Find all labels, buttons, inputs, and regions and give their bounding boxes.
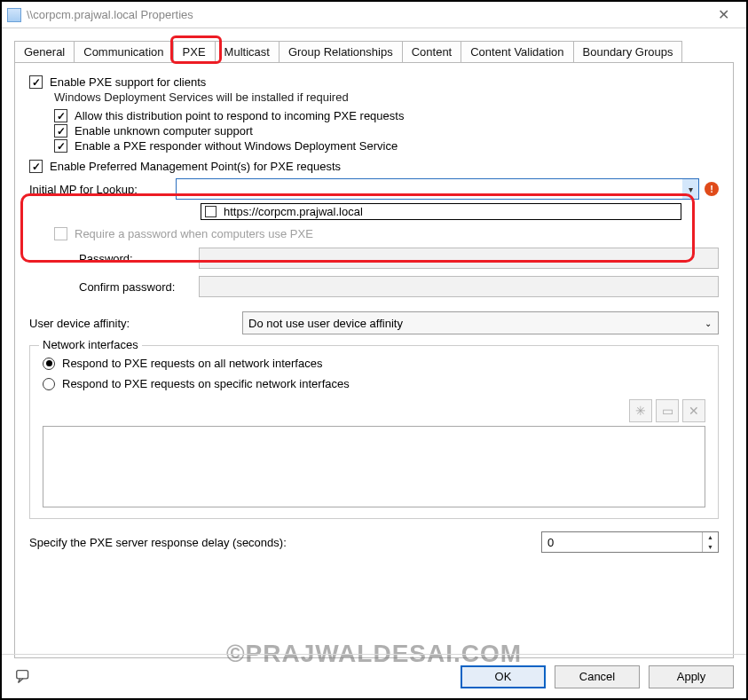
label-allow-respond: Allow this distribution point to respond… bbox=[75, 109, 404, 122]
tab-group-relationships[interactable]: Group Relationships bbox=[279, 41, 403, 63]
tab-pxe[interactable]: PXE bbox=[173, 41, 216, 63]
label-require-password: Require a password when computers use PX… bbox=[75, 227, 313, 240]
window-title: \\corpcm.prajwal.local Properties bbox=[27, 8, 193, 21]
label-enable-pxe: Enable PXE support for clients bbox=[50, 75, 206, 89]
close-button[interactable]: ✕ bbox=[705, 3, 741, 28]
tab-boundary-groups[interactable]: Boundary Groups bbox=[573, 41, 683, 63]
radio-all-interfaces[interactable] bbox=[43, 358, 55, 370]
label-password: Password: bbox=[79, 252, 199, 265]
tab-communication[interactable]: Communication bbox=[74, 41, 173, 63]
titlebar: \\corpcm.prajwal.local Properties ✕ bbox=[2, 2, 746, 28]
label-responder-nowds: Enable a PXE responder without Windows D… bbox=[75, 139, 398, 153]
chevron-down-icon[interactable]: ▾ bbox=[682, 179, 698, 199]
spinner-up-icon[interactable]: ▲ bbox=[703, 532, 718, 542]
dialog-footer: OK Cancel Apply bbox=[2, 654, 746, 698]
label-preferred-mp: Enable Preferred Management Point(s) for… bbox=[50, 160, 341, 173]
dropdown-initial-mp[interactable]: ▾ bbox=[176, 178, 699, 200]
label-wds-note: Windows Deployment Services will be inst… bbox=[54, 90, 719, 104]
checkbox-mp-option[interactable] bbox=[205, 206, 217, 217]
delete-interface-button: ✕ bbox=[682, 399, 705, 422]
spinner-value: 0 bbox=[547, 536, 554, 549]
dropdown-list-initial-mp[interactable]: https://corpcm.prajwal.local bbox=[201, 203, 681, 220]
apply-button[interactable]: Apply bbox=[649, 665, 734, 688]
label-confirm-password: Confirm password: bbox=[79, 280, 199, 294]
list-network-interfaces bbox=[43, 426, 705, 507]
new-interface-button: ✳ bbox=[629, 399, 652, 422]
select-affinity-value: Do not use user device affinity bbox=[248, 317, 403, 330]
tab-multicast[interactable]: Multicast bbox=[215, 41, 280, 63]
spinner-response-delay[interactable]: 0 ▲ ▼ bbox=[541, 531, 719, 553]
ok-button[interactable]: OK bbox=[461, 665, 546, 688]
help-icon[interactable] bbox=[14, 667, 34, 687]
tab-content[interactable]: Content bbox=[402, 41, 462, 63]
checkbox-enable-pxe[interactable] bbox=[29, 75, 43, 89]
checkbox-responder-nowds[interactable] bbox=[54, 139, 67, 153]
warning-icon: ! bbox=[705, 182, 719, 196]
label-specific-interfaces: Respond to PXE requests on specific netw… bbox=[62, 377, 350, 390]
fieldset-network-interfaces: Network interfaces Respond to PXE reques… bbox=[29, 345, 719, 519]
label-user-device-affinity: User device affinity: bbox=[29, 317, 242, 330]
tab-panel-pxe: Enable PXE support for clients Windows D… bbox=[14, 62, 734, 658]
dropdown-option-label[interactable]: https://corpcm.prajwal.local bbox=[224, 205, 363, 218]
checkbox-require-password[interactable] bbox=[54, 227, 67, 240]
input-password bbox=[199, 248, 719, 269]
spinner-down-icon[interactable]: ▼ bbox=[703, 542, 718, 552]
label-response-delay: Specify the PXE server response delay (s… bbox=[29, 536, 541, 549]
svg-rect-0 bbox=[17, 670, 28, 678]
checkbox-unknown-support[interactable] bbox=[54, 124, 67, 138]
chevron-down-icon[interactable]: ⌄ bbox=[699, 313, 717, 333]
radio-specific-interfaces[interactable] bbox=[43, 378, 55, 390]
tab-content-validation[interactable]: Content Validation bbox=[461, 41, 573, 63]
input-confirm-password bbox=[199, 276, 719, 297]
cancel-button[interactable]: Cancel bbox=[555, 665, 640, 688]
checkbox-allow-respond[interactable] bbox=[54, 109, 67, 122]
checkbox-preferred-mp[interactable] bbox=[29, 160, 43, 173]
tab-general[interactable]: General bbox=[14, 41, 75, 63]
select-user-device-affinity[interactable]: Do not use user device affinity ⌄ bbox=[242, 311, 719, 334]
label-unknown-support: Enable unknown computer support bbox=[75, 124, 253, 138]
label-all-interfaces: Respond to PXE requests on all network i… bbox=[62, 357, 322, 370]
properties-window: \\corpcm.prajwal.local Properties ✕ Gene… bbox=[0, 0, 748, 700]
window-icon bbox=[7, 8, 21, 22]
legend-network-interfaces: Network interfaces bbox=[39, 338, 142, 351]
label-initial-mp: Initial MP for Lookup: bbox=[29, 183, 176, 196]
tab-strip: General Communication PXE Multicast Grou… bbox=[14, 41, 734, 63]
edit-interface-button: ▭ bbox=[656, 399, 679, 422]
